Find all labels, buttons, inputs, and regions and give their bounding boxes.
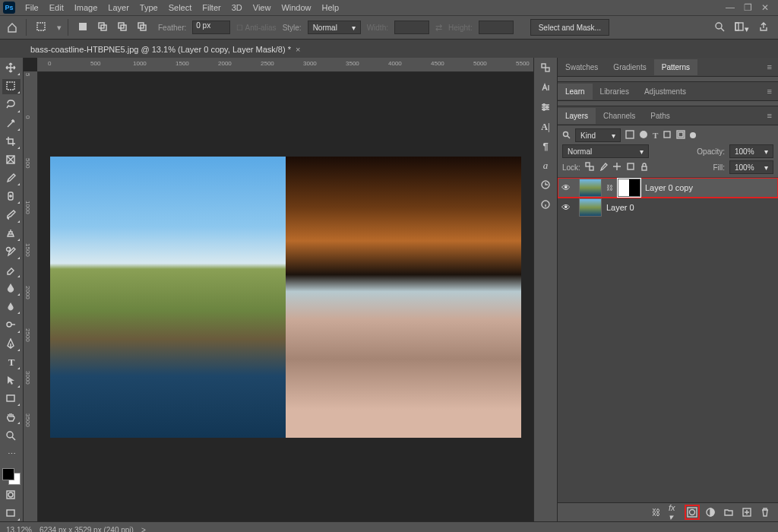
marquee-tool[interactable] [2, 79, 21, 94]
mask-link-icon[interactable]: ⛓ [606, 184, 613, 192]
layer-thumbnail[interactable] [579, 198, 602, 217]
layer-filter-kind[interactable]: Kind▾ [575, 128, 621, 142]
visibility-toggle-icon[interactable]: 👁 [558, 182, 574, 193]
history-panel-icon[interactable] [540, 179, 551, 192]
tab-channels[interactable]: Channels [596, 108, 643, 124]
new-adjustment-layer-icon[interactable] [705, 507, 716, 518]
filter-pixel-icon[interactable] [625, 130, 634, 141]
fill-input[interactable]: 100%▾ [729, 160, 773, 174]
history-brush-tool[interactable] [2, 245, 21, 260]
share-icon[interactable] [758, 21, 769, 33]
properties-panel-icon[interactable] [540, 102, 551, 114]
tab-learn[interactable]: Learn [558, 84, 593, 100]
visibility-toggle-icon[interactable]: 👁 [558, 202, 574, 213]
layer-row[interactable]: 👁 Layer 0 [558, 198, 778, 217]
artboard[interactable] [50, 157, 521, 438]
lasso-tool[interactable] [2, 97, 21, 112]
window-restore-icon[interactable]: ❐ [744, 2, 752, 13]
panel-menu-icon[interactable]: ≡ [761, 111, 778, 120]
pen-tool[interactable] [2, 337, 21, 352]
layer-row[interactable]: 👁 ⛓ Layer 0 copy [558, 178, 778, 198]
select-and-mask-button[interactable]: Select and Mask... [530, 19, 609, 36]
lock-position-icon[interactable] [612, 162, 621, 173]
feather-input[interactable]: 0 px [192, 21, 230, 34]
quick-mask-icon[interactable] [2, 488, 21, 503]
filter-type-icon[interactable]: T [653, 131, 658, 140]
eyedropper-tool[interactable] [2, 171, 21, 186]
color-panel-icon[interactable] [540, 62, 551, 74]
lock-all-icon[interactable] [640, 162, 649, 173]
filter-smart-icon[interactable] [676, 130, 685, 141]
new-layer-icon[interactable] [742, 507, 752, 518]
brush-tool[interactable] [2, 207, 21, 223]
home-icon[interactable] [5, 20, 20, 35]
doc-info[interactable]: 6234 px x 3529 px (240 ppi) [40, 526, 134, 533]
layer-mask-thumbnail[interactable] [618, 179, 640, 197]
menu-edit[interactable]: Edit [44, 2, 69, 14]
layer-filter-search-icon[interactable] [562, 131, 571, 141]
selection-intersect-icon[interactable] [134, 19, 152, 36]
filter-shape-icon[interactable] [663, 130, 672, 141]
document-tab-close-icon[interactable]: × [296, 45, 300, 54]
doc-info-chevron-icon[interactable]: > [141, 526, 146, 533]
menu-file[interactable]: File [20, 2, 44, 14]
tab-layers[interactable]: Layers [558, 108, 596, 124]
filter-toggle-icon[interactable] [690, 132, 696, 138]
selection-subtract-icon[interactable] [114, 19, 132, 36]
selection-add-icon[interactable] [94, 19, 112, 36]
magic-wand-tool[interactable] [2, 116, 21, 131]
dodge-tool[interactable] [2, 318, 21, 333]
info-panel-icon[interactable] [540, 199, 551, 211]
layer-name[interactable]: Layer 0 copy [645, 183, 693, 192]
type-panel-icon[interactable]: a [543, 160, 549, 172]
frame-tool[interactable] [2, 153, 21, 168]
zoom-readout[interactable]: 13.12% [6, 526, 32, 533]
panel-menu-icon[interactable]: ≡ [761, 62, 778, 71]
window-minimize-icon[interactable]: — [726, 2, 735, 13]
path-selection-tool[interactable] [2, 373, 21, 388]
zoom-tool[interactable] [2, 428, 21, 443]
opacity-input[interactable]: 100%▾ [729, 144, 773, 158]
link-layers-icon[interactable]: ⛓ [650, 507, 661, 518]
menu-window[interactable]: Window [276, 2, 316, 14]
edit-toolbar-icon[interactable]: ⋯ [2, 447, 21, 462]
character-panel-icon[interactable] [540, 82, 551, 94]
menu-image[interactable]: Image [69, 2, 103, 14]
blend-mode-select[interactable]: Normal▾ [562, 144, 649, 158]
eraser-tool[interactable] [2, 263, 21, 278]
hand-tool[interactable] [2, 410, 21, 425]
new-group-icon[interactable] [723, 507, 734, 518]
lock-artboard-icon[interactable] [626, 162, 635, 173]
rectangle-shape-tool[interactable] [2, 391, 21, 407]
layer-name[interactable]: Layer 0 [606, 203, 634, 212]
lock-pixels-icon[interactable] [599, 162, 608, 173]
menu-3d[interactable]: 3D [226, 2, 248, 14]
menu-filter[interactable]: Filter [197, 2, 226, 14]
ruler-vertical[interactable]: 50500100015002000250030003500 [24, 71, 38, 521]
crop-tool[interactable] [2, 135, 21, 150]
menu-layer[interactable]: Layer [103, 2, 134, 14]
screen-mode-icon[interactable] [2, 506, 21, 521]
clone-stamp-tool[interactable] [2, 226, 21, 242]
menu-view[interactable]: View [248, 2, 277, 14]
type-tool[interactable]: T [2, 355, 21, 370]
tab-patterns[interactable]: Patterns [654, 59, 697, 75]
marquee-tool-preset-icon[interactable] [33, 19, 51, 36]
paragraph-panel-icon[interactable]: ¶ [542, 141, 548, 152]
layer-style-icon[interactable]: fx ▾ [669, 507, 679, 518]
gradient-tool[interactable] [2, 281, 21, 296]
menu-select[interactable]: Select [163, 2, 198, 14]
lock-transparency-icon[interactable] [585, 162, 594, 173]
blur-tool[interactable] [2, 299, 21, 315]
tab-swatches[interactable]: Swatches [558, 59, 606, 75]
move-tool[interactable] [2, 61, 21, 76]
ruler-horizontal[interactable]: 0500100015002000250030003500400045005000… [37, 58, 533, 72]
foreground-background-colors[interactable] [2, 468, 21, 485]
delete-layer-icon[interactable] [760, 507, 770, 518]
tab-libraries[interactable]: Libraries [593, 84, 637, 100]
style-select[interactable]: Normal▾ [308, 21, 361, 34]
workspace-switcher-icon[interactable]: ▾ [734, 21, 749, 34]
document-tab[interactable]: bass-coastline-HTBPNE5.jpg @ 13.1% (Laye… [23, 41, 308, 58]
add-mask-icon[interactable] [687, 507, 697, 518]
menu-type[interactable]: Type [134, 2, 163, 14]
